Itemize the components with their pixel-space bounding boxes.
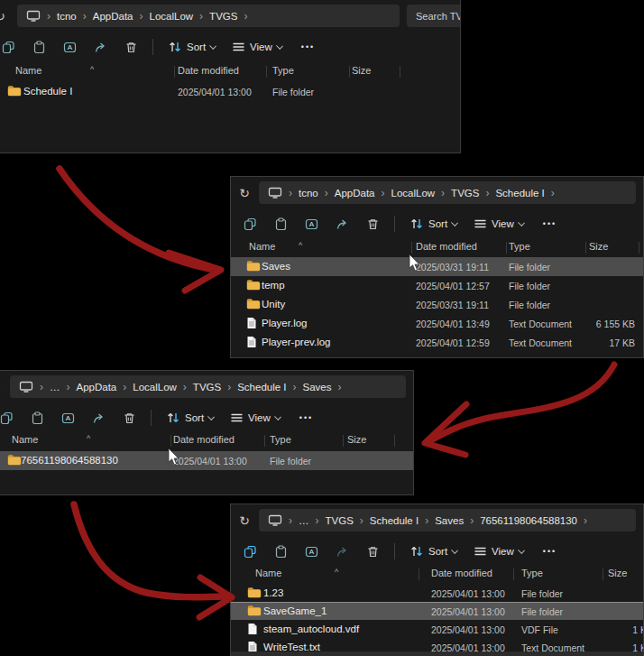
copy-icon[interactable] — [0, 406, 22, 430]
file-row[interactable]: 76561198064588130 2025/04/01 13:00 File … — [0, 451, 413, 470]
delete-icon[interactable] — [115, 35, 146, 59]
rename-icon[interactable]: A — [296, 212, 327, 236]
breadcrumb-overflow[interactable]: … — [299, 514, 319, 527]
file-row[interactable]: temp 2025/04/01 12:57 File folder — [231, 276, 643, 295]
search-input[interactable]: Search TV — [407, 5, 461, 27]
file-row[interactable]: Saves 2025/03/31 19:11 File folder — [231, 257, 643, 276]
column-date-modified[interactable]: Date modified — [416, 241, 477, 252]
share-icon[interactable] — [85, 35, 115, 59]
file-row[interactable]: Schedule I 2025/04/01 13:00 File folder — [0, 82, 460, 100]
column-type[interactable]: Type — [509, 241, 530, 252]
file-row[interactable]: steam_autocloud.vdf 2025/04/01 13:00 VDF… — [231, 620, 643, 638]
file-row[interactable]: Player.log 2025/04/01 13:49 Text Documen… — [231, 314, 643, 333]
breadcrumb-item[interactable]: Saves — [303, 381, 342, 393]
column-date-modified[interactable]: Date modified — [431, 568, 492, 578]
more-button[interactable]: ••• — [290, 42, 326, 51]
copy-icon[interactable] — [0, 35, 23, 59]
paste-icon[interactable] — [23, 35, 54, 59]
file-row[interactable]: 1.23 2025/04/01 13:00 File folder — [231, 584, 643, 602]
breadcrumb-item[interactable]: TVGS — [326, 514, 363, 527]
column-type[interactable]: Type — [272, 65, 294, 76]
sort-icon — [409, 545, 424, 558]
breadcrumb-item[interactable]: AppData — [93, 10, 143, 23]
breadcrumb-item[interactable]: LocalLow — [391, 187, 446, 199]
this-pc-icon[interactable] — [268, 514, 292, 527]
column-type[interactable]: Type — [521, 568, 543, 578]
this-pc-icon[interactable] — [19, 381, 43, 393]
breadcrumb-item[interactable]: Schedule I — [370, 514, 428, 527]
column-size[interactable]: Size — [352, 65, 371, 76]
folder-icon — [247, 587, 262, 598]
copy-icon[interactable] — [235, 540, 265, 563]
sort-button[interactable]: Sort — [401, 212, 465, 236]
view-button[interactable]: View — [222, 406, 289, 430]
view-button[interactable]: View — [224, 35, 290, 59]
file-date: 2025/04/01 12:59 — [416, 337, 490, 348]
copy-icon[interactable] — [235, 212, 265, 236]
refresh-icon[interactable]: ↻ — [0, 380, 3, 394]
breadcrumb-item[interactable]: Schedule I — [237, 381, 296, 393]
refresh-icon[interactable]: ↻ — [237, 186, 252, 200]
rename-icon[interactable]: A — [52, 406, 83, 430]
column-name[interactable]: Name — [255, 568, 281, 578]
breadcrumb-item[interactable]: Schedule I — [495, 187, 554, 199]
this-pc-icon[interactable] — [26, 10, 51, 23]
column-date-modified[interactable]: Date modified — [178, 65, 239, 76]
address-bar: ↻ … AppData LocalLow TVGS Schedule I Sav… — [0, 374, 413, 399]
file-row[interactable]: SaveGame_1 2025/04/01 13:00 File folder — [231, 602, 643, 620]
breadcrumb-item[interactable]: LocalLow — [150, 10, 204, 23]
breadcrumb-item[interactable]: TVGS — [209, 10, 247, 23]
breadcrumb-overflow[interactable]: … — [50, 381, 70, 393]
breadcrumb-item[interactable]: AppData — [335, 187, 385, 199]
paste-icon[interactable] — [265, 212, 296, 236]
column-date-modified[interactable]: Date modified — [173, 434, 235, 445]
column-name[interactable]: Name — [249, 241, 275, 252]
column-separator — [411, 242, 412, 254]
breadcrumb-item[interactable]: AppData — [77, 381, 127, 393]
file-row[interactable]: Unity 2025/03/31 19:11 File folder — [231, 295, 643, 314]
breadcrumb-item[interactable]: tcno — [299, 187, 328, 199]
column-size[interactable]: Size — [608, 568, 627, 578]
column-name[interactable]: Name — [12, 434, 38, 445]
breadcrumb-item[interactable]: TVGS — [193, 381, 231, 393]
refresh-icon[interactable]: ↻ — [0, 9, 7, 23]
refresh-icon[interactable]: ↻ — [237, 513, 252, 528]
share-icon[interactable] — [327, 212, 357, 236]
rename-icon[interactable]: A — [54, 35, 85, 59]
file-row[interactable]: Player-prev.log 2025/04/01 12:59 Text Do… — [231, 333, 643, 352]
column-size[interactable]: Size — [347, 434, 366, 445]
share-icon[interactable] — [327, 540, 357, 563]
more-button[interactable]: ••• — [289, 413, 324, 422]
arrow-3-shaft — [74, 504, 225, 597]
column-separator — [506, 242, 507, 254]
rename-icon[interactable]: A — [296, 540, 327, 563]
column-size[interactable]: Size — [589, 241, 608, 252]
view-button[interactable]: View — [465, 212, 532, 236]
sort-button[interactable]: Sort — [160, 35, 224, 59]
column-name[interactable]: Name — [15, 65, 41, 76]
more-button[interactable]: ••• — [532, 219, 567, 228]
share-icon[interactable] — [83, 406, 114, 430]
view-button[interactable]: View — [465, 540, 532, 563]
breadcrumb-item[interactable]: TVGS — [451, 187, 489, 199]
delete-icon[interactable] — [357, 540, 388, 563]
column-type[interactable]: Type — [270, 434, 291, 445]
paste-icon[interactable] — [265, 540, 296, 563]
this-pc-icon[interactable] — [268, 187, 292, 199]
sort-button[interactable]: Sort — [401, 540, 465, 563]
sort-label: Sort — [428, 546, 447, 557]
command-bar: A Sort View ••• — [0, 33, 460, 60]
delete-icon[interactable] — [114, 406, 144, 430]
paste-icon[interactable] — [22, 406, 52, 430]
breadcrumb-item[interactable]: LocalLow — [133, 381, 187, 393]
breadcrumb-item[interactable]: Saves — [435, 514, 474, 527]
column-separator — [343, 435, 344, 447]
breadcrumb-item[interactable]: 76561198064588130 — [480, 514, 587, 527]
delete-icon[interactable] — [357, 212, 388, 236]
sort-button[interactable]: Sort — [158, 406, 222, 430]
command-bar: A Sort View ••• — [0, 404, 413, 431]
folder-icon — [246, 298, 261, 310]
breadcrumb-item[interactable]: tcno — [57, 10, 87, 23]
file-name: Unity — [262, 299, 285, 310]
more-button[interactable]: ••• — [532, 547, 567, 556]
